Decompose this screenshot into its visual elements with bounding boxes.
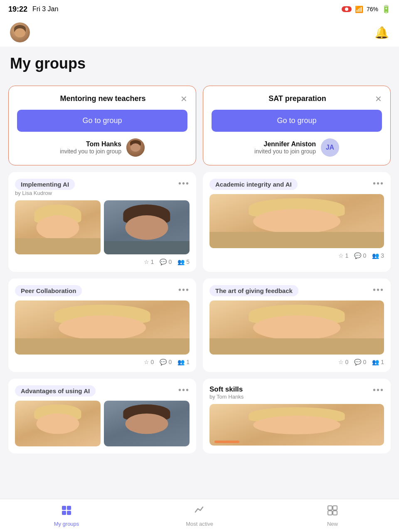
- svg-rect-6: [328, 511, 332, 515]
- more-menu-art-feedback[interactable]: •••: [373, 285, 384, 295]
- avatar-image: [10, 22, 30, 42]
- inviter-avatar-sat: JA: [321, 138, 339, 157]
- group-card-advantages-ai[interactable]: Advantages of using AI •••: [8, 379, 196, 453]
- invite-person-info-mentoring: Tom Hanks invited you to join group: [60, 140, 121, 155]
- group-stats-academic-integrity: ☆ 1 💬 0 👥 3: [209, 252, 384, 259]
- group-stats-peer-collab: ☆ 0 💬 0 👥 1: [15, 359, 190, 365]
- group-card-soft-skills[interactable]: Soft skills by Tom Hanks •••: [203, 379, 391, 453]
- members-implementing-ai: 👥 5: [177, 259, 190, 265]
- group-images-soft-skills: [209, 404, 384, 446]
- invite-card-mentoring: Mentoring new teachers ✕ Go to group Tom…: [8, 86, 196, 165]
- cards-grid: Mentoring new teachers ✕ Go to group Tom…: [8, 86, 391, 453]
- main-content: Mentoring new teachers ✕ Go to group Tom…: [0, 79, 399, 460]
- group-tag-implementing-ai: Implementing AI: [15, 179, 75, 190]
- svg-rect-5: [333, 506, 337, 510]
- group-tag-advantages-ai: Advantages of using AI: [15, 385, 96, 397]
- group-title-soft-skills: Soft skills: [209, 385, 244, 394]
- group-card-implementing-ai[interactable]: Implementing AI by Lisa Kudrow •••: [8, 172, 196, 272]
- stars-implementing-ai: ☆ 1: [144, 259, 154, 265]
- invite-card-header-sat: SAT preparation ✕: [212, 94, 382, 103]
- group-stats-implementing-ai: ☆ 1 💬 0 👥 5: [15, 259, 190, 265]
- group-card-header-advantages-ai: Advantages of using AI •••: [15, 385, 190, 397]
- battery-percent: 76%: [367, 6, 378, 12]
- nav-item-new[interactable]: New: [266, 499, 399, 532]
- group-stats-art-feedback: ☆ 0 💬 0 👥 1: [209, 359, 384, 365]
- inviter-name-sat: Jennifer Aniston: [254, 140, 316, 148]
- group-images-peer-collab: [15, 300, 190, 355]
- group-img-soft-skills: [209, 404, 384, 446]
- group-title-row-implementing-ai: Implementing AI by Lisa Kudrow: [15, 179, 75, 196]
- group-card-header-soft-skills: Soft skills by Tom Hanks •••: [209, 385, 384, 400]
- more-menu-soft-skills[interactable]: •••: [373, 385, 384, 395]
- battery-icon: 🔋: [382, 5, 391, 14]
- group-img-academic-integrity: [209, 194, 384, 248]
- members-art-feedback: 👥 1: [372, 359, 384, 365]
- nav-item-most-active[interactable]: Most active: [133, 499, 266, 532]
- svg-rect-3: [67, 511, 71, 515]
- invite-card-sat: SAT preparation ✕ Go to group Jennifer A…: [203, 86, 391, 165]
- stars-peer-collab: ☆ 0: [144, 359, 154, 365]
- status-date: Fri 3 Jan: [32, 5, 58, 13]
- inviter-sub-mentoring: invited you to join group: [60, 148, 121, 155]
- group-img-2-advantages-ai: [104, 401, 190, 446]
- invite-card-header-mentoring: Mentoring new teachers ✕: [17, 94, 187, 103]
- group-byline-soft-skills: by Tom Hanks: [209, 394, 244, 400]
- group-card-header-academic-integrity: Academic integrity and AI •••: [209, 179, 384, 190]
- group-images-art-feedback: [209, 300, 384, 355]
- group-images-academic-integrity: [209, 194, 384, 248]
- group-card-header-art-feedback: The art of giving feedback •••: [209, 285, 384, 296]
- page-title: My groups: [0, 47, 399, 79]
- group-byline-implementing-ai: by Lisa Kudrow: [15, 190, 75, 196]
- group-images-implementing-ai: [15, 200, 190, 254]
- stars-art-feedback: ☆ 0: [338, 359, 349, 365]
- group-img-2-implementing-ai: [104, 200, 190, 254]
- status-time: 19:22: [8, 5, 27, 14]
- comments-peer-collab: 💬 0: [160, 359, 172, 365]
- nav-label-new: New: [327, 521, 338, 527]
- group-img-peer-collab: [15, 300, 190, 355]
- more-menu-peer-collab[interactable]: •••: [178, 285, 190, 295]
- inviter-name-mentoring: Tom Hanks: [60, 140, 121, 148]
- go-to-group-mentoring[interactable]: Go to group: [17, 110, 187, 132]
- members-academic-integrity: 👥 3: [372, 252, 384, 259]
- group-card-peer-collab[interactable]: Peer Collaboration ••• ☆ 0 💬 0 👥 1: [8, 278, 196, 372]
- comments-implementing-ai: 💬 0: [160, 259, 172, 265]
- user-avatar[interactable]: [10, 22, 30, 42]
- bottom-nav: My groups Most active New: [0, 499, 399, 532]
- group-img-1-implementing-ai: [15, 200, 101, 254]
- close-invite-sat[interactable]: ✕: [375, 95, 382, 103]
- group-img-art-feedback: [209, 300, 384, 355]
- group-card-header-peer-collab: Peer Collaboration •••: [15, 285, 190, 296]
- top-bar: 🔔: [0, 18, 399, 47]
- inviter-initials-sat: JA: [326, 144, 334, 151]
- svg-rect-0: [62, 506, 66, 510]
- nav-label-my-groups: My groups: [54, 521, 79, 527]
- wifi-icon: 📶: [355, 5, 363, 13]
- svg-rect-4: [328, 506, 332, 510]
- record-dot: [345, 7, 348, 11]
- invite-footer-mentoring: Tom Hanks invited you to join group: [17, 138, 187, 157]
- comments-art-feedback: 💬 0: [354, 359, 366, 365]
- more-menu-implementing-ai[interactable]: •••: [178, 179, 190, 188]
- group-card-academic-integrity[interactable]: Academic integrity and AI ••• ☆ 1 💬 0 👥 …: [203, 172, 391, 272]
- more-menu-academic-integrity[interactable]: •••: [373, 179, 384, 188]
- notification-bell-icon[interactable]: 🔔: [374, 26, 389, 39]
- my-groups-icon: [61, 505, 72, 519]
- svg-rect-2: [62, 511, 66, 515]
- go-to-group-sat[interactable]: Go to group: [212, 110, 382, 132]
- status-bar: 19:22 Fri 3 Jan 📶 76% 🔋: [0, 0, 399, 18]
- group-title-row-soft-skills: Soft skills by Tom Hanks: [209, 385, 244, 400]
- status-right-icons: 📶 76% 🔋: [342, 5, 391, 14]
- inviter-photo-mentoring: [126, 138, 145, 157]
- more-menu-advantages-ai[interactable]: •••: [178, 385, 190, 395]
- group-tag-peer-collab: Peer Collaboration: [15, 285, 82, 296]
- new-icon: [327, 505, 338, 519]
- group-img-1-advantages-ai: [15, 401, 101, 446]
- stars-academic-integrity: ☆ 1: [338, 252, 349, 259]
- invite-person-info-sat: Jennifer Aniston invited you to join gro…: [254, 140, 316, 155]
- group-tag-art-feedback: The art of giving feedback: [209, 285, 298, 296]
- nav-label-most-active: Most active: [186, 521, 213, 527]
- nav-item-my-groups[interactable]: My groups: [0, 499, 133, 532]
- group-card-art-feedback[interactable]: The art of giving feedback ••• ☆ 0 💬 0 👥…: [203, 278, 391, 372]
- close-invite-mentoring[interactable]: ✕: [180, 95, 187, 103]
